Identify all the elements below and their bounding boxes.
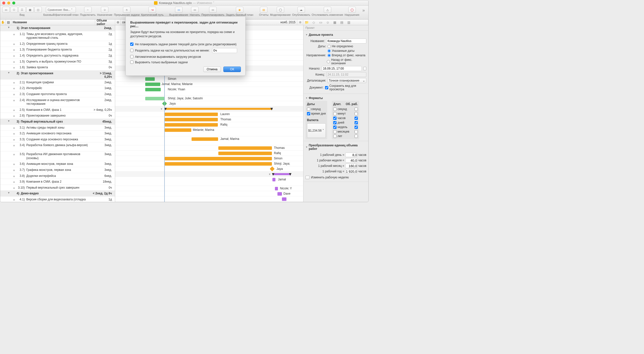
task-row[interactable]: 1.6)Заявка проекта0ч — [0, 65, 115, 71]
opt-selected-only[interactable]: Выровнять только выбранные задачи — [130, 61, 241, 64]
task-row[interactable]: 3.3)Создание кода основного персонажа3не… — [0, 137, 115, 143]
task-outline[interactable]: ▼1)Этап планирования2нед.1.1)Темы для мо… — [0, 25, 115, 202]
inspector-tab-project[interactable]: 📁 — [304, 20, 309, 25]
start-date-input[interactable] — [322, 66, 362, 71]
task-row[interactable]: 3.4)Разработка боевого движка (альфа-вер… — [0, 142, 115, 151]
task-row[interactable]: 3.8)Доделки интерфейса6нед. — [0, 173, 115, 179]
critpath-btn[interactable]: ↝ — [148, 7, 156, 13]
task-bar[interactable] — [165, 118, 218, 121]
dur-mo-cb[interactable] — [333, 130, 337, 133]
task-row[interactable]: 2.5)Компания в СМИ, фаза 1> 4нед. 0,25ч — [0, 107, 115, 113]
task-bar[interactable] — [218, 152, 272, 155]
conv-year-input[interactable] — [345, 169, 357, 174]
violations-btn[interactable]: ◯ — [348, 7, 356, 13]
gantt-row[interactable] — [115, 196, 303, 202]
task-row[interactable]: 3.6)Анимация монстров, первая зона3нед. — [0, 161, 115, 167]
interrupt-btn[interactable]: ⎋ — [123, 7, 130, 13]
gantt-row[interactable]: Nicole; Yisan — [115, 87, 303, 96]
ok-button[interactable]: ОК — [223, 67, 241, 72]
split-duration-input[interactable] — [212, 48, 237, 53]
task-group-row[interactable]: ▼2)Этап проектирования> 11нед. 0,25ч — [0, 71, 115, 80]
compare-select[interactable]: Сравнение: Bas... ˅ — [46, 7, 76, 13]
task-group-row[interactable]: ▼3)Первый вертикальный срез45нед. — [0, 119, 115, 125]
simulate-btn[interactable]: ◯ — [277, 7, 284, 13]
task-bar[interactable] — [218, 146, 272, 150]
zoom-in-icon[interactable]: ⊕ — [297, 20, 303, 25]
inspector-tab-resource[interactable]: ☺ — [325, 20, 331, 25]
task-bar[interactable] — [165, 162, 272, 166]
task-bar[interactable] — [165, 123, 218, 127]
task-bar[interactable] — [165, 113, 218, 116]
inspector-tab-task[interactable]: ▭ — [318, 20, 324, 25]
view-network-btn[interactable]: ▦ — [26, 7, 34, 13]
view-gantt-btn[interactable]: ▭ — [2, 7, 10, 13]
gantt-row[interactable] — [115, 202, 303, 202]
gantt-row[interactable]: ▼ — [115, 106, 303, 112]
eff-hr-cb[interactable] — [355, 117, 358, 120]
task-row[interactable]: 1.3)Планирование бюджета проекта2д — [0, 47, 115, 53]
milestone[interactable] — [270, 166, 275, 171]
inspector-tab-attachments[interactable]: ▥ — [346, 20, 352, 25]
publish-btn[interactable]: ☁ — [297, 7, 305, 13]
section-conversion[interactable]: Преобразование единиц объема работ — [305, 143, 366, 152]
eff-day-cb[interactable] — [355, 121, 358, 124]
task-row[interactable]: 2.6)Проектирование завершено0ч — [0, 113, 115, 119]
section-formats[interactable]: Форматы — [305, 95, 366, 101]
gantt-row[interactable]: Rafiq — [115, 122, 303, 127]
gantt-row[interactable]: Simon — [115, 76, 303, 82]
eff-mo-cb[interactable] — [355, 130, 358, 133]
level-btn[interactable]: ▭ — [175, 7, 183, 13]
name-column-header[interactable]: Название — [11, 20, 95, 25]
task-group-row[interactable]: ▼1)Этап планирования2нед. — [0, 25, 115, 31]
dates-seconds-cb[interactable]: секунд — [307, 107, 326, 111]
opt-split-tasks[interactable]: Разделять задачи на части длительностью … — [130, 48, 241, 53]
gantt-row[interactable]: Simon — [115, 156, 303, 161]
task-row[interactable]: 3.7)Графика монстров, первая зона3нед. — [0, 167, 115, 173]
gantt-row[interactable]: Thomas — [115, 117, 303, 122]
eff-yr-cb[interactable] — [355, 135, 358, 138]
baseline-btn[interactable]: ◉ — [236, 7, 243, 13]
conv-day-input[interactable] — [345, 153, 357, 157]
task-row[interactable]: 1.4)Определить доступность подрядчика2д — [0, 53, 115, 59]
save-view-checkbox[interactable]: Сохранить вид для просмотра — [325, 84, 366, 91]
inspector-tab-styles[interactable]: ▦ — [332, 20, 338, 25]
granularity-select[interactable]: Точное планирование⌄ — [328, 78, 366, 83]
gantt-row[interactable]: Rafiq — [115, 151, 303, 156]
zoom-window[interactable] — [12, 2, 15, 5]
dates-timeofday-cb[interactable]: время дня — [307, 112, 326, 115]
gantt-row[interactable]: ▼ — [115, 172, 303, 177]
toolbar-overflow[interactable]: » — [361, 7, 366, 13]
inspector-tab-milestones[interactable]: ◇ — [311, 20, 316, 25]
eff-sec-cb[interactable] — [355, 108, 358, 111]
opt-no-schedule-before-today[interactable]: Не планировать задачи ранее текущей даты… — [130, 43, 241, 46]
project-name-input[interactable] — [326, 39, 366, 44]
gantt-row[interactable]: Lauren — [115, 112, 303, 117]
effort-column-header[interactable]: Объем работ — [95, 20, 115, 25]
dur-wk-cb[interactable] — [333, 126, 337, 129]
connect-btn[interactable]: ⎓ — [84, 7, 92, 13]
dates-undefined-radio[interactable]: Не определено — [328, 45, 353, 48]
task-row[interactable]: 1.2)Определение границ проекта1д — [0, 41, 115, 47]
task-row[interactable]: 3.5)Разработка ИИ движения противников (… — [0, 151, 115, 161]
task-bar[interactable] — [282, 197, 286, 201]
gantt-row[interactable]: Jamal — [115, 177, 303, 186]
task-bar[interactable] — [145, 88, 161, 91]
dur-min-cb[interactable] — [333, 112, 337, 115]
eff-min-cb[interactable] — [355, 112, 358, 115]
task-row[interactable]: 3.10)Первый вертикальный срез завершен0ч — [0, 185, 115, 191]
task-bar[interactable] — [192, 137, 218, 141]
eff-wk-cb[interactable] — [355, 126, 358, 129]
task-row[interactable]: 2.3)Создание прототипа проекта2нед. — [0, 91, 115, 97]
change-workweek-link[interactable]: Изменить рабочую неделю — [311, 176, 349, 179]
direction-forward-radio[interactable]: Вперед от фикс. начала — [328, 54, 365, 57]
task-row[interactable]: 3.2)Анимация основного персонажа3нед. — [0, 131, 115, 137]
gantt-row[interactable]: Shinji; Jaya; — [115, 161, 303, 166]
opt-auto-level[interactable]: Автоматически выравнивать загрузку ресур… — [130, 55, 241, 59]
task-bar[interactable] — [272, 178, 275, 181]
task-row[interactable]: 3.9)Компания в СМИ, фаза 218нед. — [0, 179, 115, 185]
gantt-row[interactable]: Nicole; Y — [115, 186, 303, 191]
inspector-tab-custom[interactable]: ▤ — [339, 20, 345, 25]
note-icon[interactable]: ▤ — [6, 20, 11, 25]
task-row[interactable]: 3.1)Активы среды первой зоны3нед. — [0, 125, 115, 131]
dates-specified-radio[interactable]: Указанные даты — [328, 49, 355, 53]
